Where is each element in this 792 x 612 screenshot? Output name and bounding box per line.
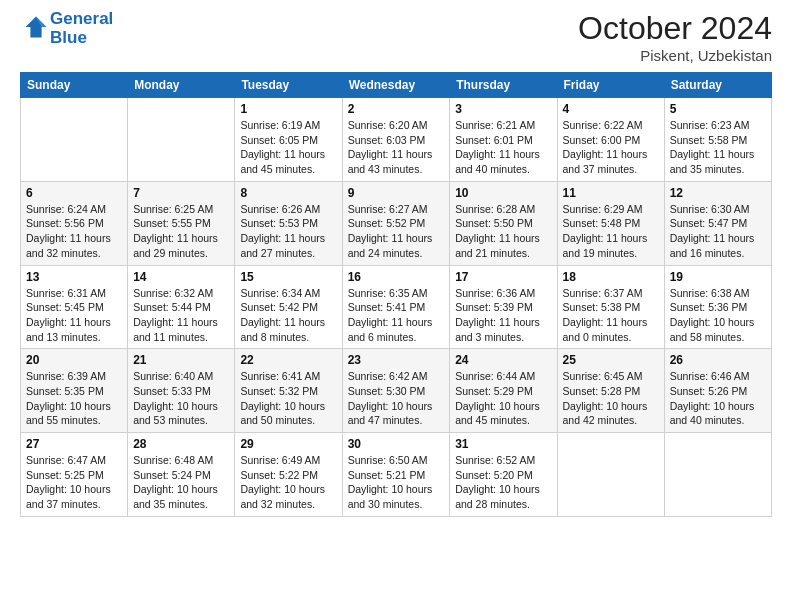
day-detail: Sunrise: 6:27 AMSunset: 5:52 PMDaylight:…: [348, 202, 445, 261]
day-number: 16: [348, 270, 445, 284]
day-number: 13: [26, 270, 122, 284]
day-number: 9: [348, 186, 445, 200]
calendar-cell: 23 Sunrise: 6:42 AMSunset: 5:30 PMDaylig…: [342, 349, 450, 433]
calendar-cell: 14 Sunrise: 6:32 AMSunset: 5:44 PMDaylig…: [128, 265, 235, 349]
day-detail: Sunrise: 6:19 AMSunset: 6:05 PMDaylight:…: [240, 118, 336, 177]
day-detail: Sunrise: 6:42 AMSunset: 5:30 PMDaylight:…: [348, 369, 445, 428]
header: General Blue October 2024 Piskent, Uzbek…: [20, 10, 772, 64]
day-detail: Sunrise: 6:22 AMSunset: 6:00 PMDaylight:…: [563, 118, 659, 177]
month-title: October 2024: [578, 10, 772, 47]
calendar-cell: 5 Sunrise: 6:23 AMSunset: 5:58 PMDayligh…: [664, 98, 771, 182]
calendar-cell: 28 Sunrise: 6:48 AMSunset: 5:24 PMDaylig…: [128, 433, 235, 517]
weekday-header-wednesday: Wednesday: [342, 73, 450, 98]
day-number: 25: [563, 353, 659, 367]
day-detail: Sunrise: 6:46 AMSunset: 5:26 PMDaylight:…: [670, 369, 766, 428]
calendar-cell: 7 Sunrise: 6:25 AMSunset: 5:55 PMDayligh…: [128, 181, 235, 265]
calendar-cell: 27 Sunrise: 6:47 AMSunset: 5:25 PMDaylig…: [21, 433, 128, 517]
weekday-header-tuesday: Tuesday: [235, 73, 342, 98]
day-detail: Sunrise: 6:34 AMSunset: 5:42 PMDaylight:…: [240, 286, 336, 345]
day-number: 27: [26, 437, 122, 451]
day-number: 26: [670, 353, 766, 367]
logo: General Blue: [20, 10, 113, 47]
day-detail: Sunrise: 6:35 AMSunset: 5:41 PMDaylight:…: [348, 286, 445, 345]
day-number: 1: [240, 102, 336, 116]
location: Piskent, Uzbekistan: [578, 47, 772, 64]
day-detail: Sunrise: 6:20 AMSunset: 6:03 PMDaylight:…: [348, 118, 445, 177]
day-number: 28: [133, 437, 229, 451]
calendar-cell: 2 Sunrise: 6:20 AMSunset: 6:03 PMDayligh…: [342, 98, 450, 182]
day-detail: Sunrise: 6:32 AMSunset: 5:44 PMDaylight:…: [133, 286, 229, 345]
day-detail: Sunrise: 6:23 AMSunset: 5:58 PMDaylight:…: [670, 118, 766, 177]
day-detail: Sunrise: 6:29 AMSunset: 5:48 PMDaylight:…: [563, 202, 659, 261]
calendar-cell: 6 Sunrise: 6:24 AMSunset: 5:56 PMDayligh…: [21, 181, 128, 265]
day-detail: Sunrise: 6:37 AMSunset: 5:38 PMDaylight:…: [563, 286, 659, 345]
calendar-cell: 3 Sunrise: 6:21 AMSunset: 6:01 PMDayligh…: [450, 98, 557, 182]
calendar-cell: 24 Sunrise: 6:44 AMSunset: 5:29 PMDaylig…: [450, 349, 557, 433]
calendar-cell: 8 Sunrise: 6:26 AMSunset: 5:53 PMDayligh…: [235, 181, 342, 265]
day-number: 20: [26, 353, 122, 367]
calendar-cell: 22 Sunrise: 6:41 AMSunset: 5:32 PMDaylig…: [235, 349, 342, 433]
day-detail: Sunrise: 6:31 AMSunset: 5:45 PMDaylight:…: [26, 286, 122, 345]
day-detail: Sunrise: 6:48 AMSunset: 5:24 PMDaylight:…: [133, 453, 229, 512]
day-number: 15: [240, 270, 336, 284]
calendar-cell: 12 Sunrise: 6:30 AMSunset: 5:47 PMDaylig…: [664, 181, 771, 265]
day-number: 22: [240, 353, 336, 367]
day-detail: Sunrise: 6:36 AMSunset: 5:39 PMDaylight:…: [455, 286, 551, 345]
weekday-header-thursday: Thursday: [450, 73, 557, 98]
day-number: 29: [240, 437, 336, 451]
day-number: 11: [563, 186, 659, 200]
calendar-cell: 20 Sunrise: 6:39 AMSunset: 5:35 PMDaylig…: [21, 349, 128, 433]
calendar: SundayMondayTuesdayWednesdayThursdayFrid…: [20, 72, 772, 517]
day-number: 6: [26, 186, 122, 200]
day-detail: Sunrise: 6:39 AMSunset: 5:35 PMDaylight:…: [26, 369, 122, 428]
calendar-cell: 1 Sunrise: 6:19 AMSunset: 6:05 PMDayligh…: [235, 98, 342, 182]
day-detail: Sunrise: 6:30 AMSunset: 5:47 PMDaylight:…: [670, 202, 766, 261]
calendar-cell: 4 Sunrise: 6:22 AMSunset: 6:00 PMDayligh…: [557, 98, 664, 182]
calendar-cell: [128, 98, 235, 182]
calendar-cell: 26 Sunrise: 6:46 AMSunset: 5:26 PMDaylig…: [664, 349, 771, 433]
day-number: 17: [455, 270, 551, 284]
calendar-cell: 29 Sunrise: 6:49 AMSunset: 5:22 PMDaylig…: [235, 433, 342, 517]
day-detail: Sunrise: 6:47 AMSunset: 5:25 PMDaylight:…: [26, 453, 122, 512]
calendar-cell: [664, 433, 771, 517]
day-number: 4: [563, 102, 659, 116]
day-detail: Sunrise: 6:28 AMSunset: 5:50 PMDaylight:…: [455, 202, 551, 261]
day-number: 8: [240, 186, 336, 200]
day-number: 3: [455, 102, 551, 116]
day-number: 7: [133, 186, 229, 200]
calendar-cell: [21, 98, 128, 182]
day-number: 10: [455, 186, 551, 200]
logo-line1: General: [50, 10, 113, 29]
calendar-cell: 16 Sunrise: 6:35 AMSunset: 5:41 PMDaylig…: [342, 265, 450, 349]
day-number: 14: [133, 270, 229, 284]
day-number: 19: [670, 270, 766, 284]
day-detail: Sunrise: 6:49 AMSunset: 5:22 PMDaylight:…: [240, 453, 336, 512]
day-detail: Sunrise: 6:44 AMSunset: 5:29 PMDaylight:…: [455, 369, 551, 428]
calendar-cell: 25 Sunrise: 6:45 AMSunset: 5:28 PMDaylig…: [557, 349, 664, 433]
day-detail: Sunrise: 6:41 AMSunset: 5:32 PMDaylight:…: [240, 369, 336, 428]
calendar-cell: 17 Sunrise: 6:36 AMSunset: 5:39 PMDaylig…: [450, 265, 557, 349]
calendar-cell: 19 Sunrise: 6:38 AMSunset: 5:36 PMDaylig…: [664, 265, 771, 349]
day-detail: Sunrise: 6:40 AMSunset: 5:33 PMDaylight:…: [133, 369, 229, 428]
calendar-cell: 31 Sunrise: 6:52 AMSunset: 5:20 PMDaylig…: [450, 433, 557, 517]
day-number: 18: [563, 270, 659, 284]
calendar-cell: [557, 433, 664, 517]
calendar-cell: 11 Sunrise: 6:29 AMSunset: 5:48 PMDaylig…: [557, 181, 664, 265]
day-number: 24: [455, 353, 551, 367]
calendar-cell: 9 Sunrise: 6:27 AMSunset: 5:52 PMDayligh…: [342, 181, 450, 265]
day-number: 21: [133, 353, 229, 367]
day-detail: Sunrise: 6:52 AMSunset: 5:20 PMDaylight:…: [455, 453, 551, 512]
weekday-header-saturday: Saturday: [664, 73, 771, 98]
title-block: October 2024 Piskent, Uzbekistan: [578, 10, 772, 64]
calendar-cell: 15 Sunrise: 6:34 AMSunset: 5:42 PMDaylig…: [235, 265, 342, 349]
logo-icon: [22, 13, 50, 41]
day-number: 23: [348, 353, 445, 367]
weekday-header-friday: Friday: [557, 73, 664, 98]
day-detail: Sunrise: 6:26 AMSunset: 5:53 PMDaylight:…: [240, 202, 336, 261]
calendar-cell: 18 Sunrise: 6:37 AMSunset: 5:38 PMDaylig…: [557, 265, 664, 349]
calendar-cell: 30 Sunrise: 6:50 AMSunset: 5:21 PMDaylig…: [342, 433, 450, 517]
day-number: 2: [348, 102, 445, 116]
day-number: 31: [455, 437, 551, 451]
weekday-header-sunday: Sunday: [21, 73, 128, 98]
day-detail: Sunrise: 6:25 AMSunset: 5:55 PMDaylight:…: [133, 202, 229, 261]
